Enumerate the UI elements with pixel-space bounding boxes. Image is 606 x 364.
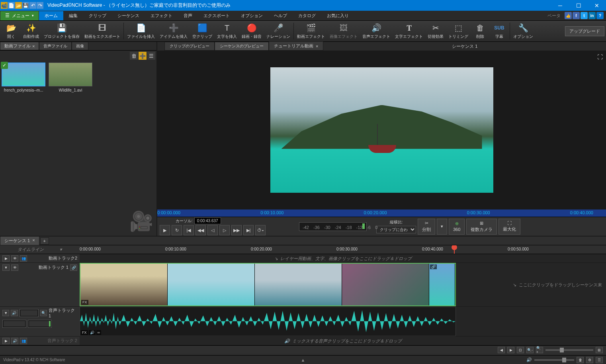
- like-icon[interactable]: 👍: [565, 12, 572, 19]
- save-icon[interactable]: 💾: [22, 2, 29, 9]
- track-content[interactable]: 🔊ミックスする音声クリップをここにドラッグ＆ドロップ: [80, 337, 606, 345]
- ribbon-narration[interactable]: 🎤ナレーション: [264, 21, 293, 41]
- clip-item[interactable]: ✓ french_polynesia--m...: [2, 63, 45, 92]
- collapse-track-icon[interactable]: ▼: [2, 310, 9, 316]
- loop-badge[interactable]: ∞: [96, 330, 101, 335]
- new-icon[interactable]: 📄: [8, 2, 15, 9]
- speaker-icon[interactable]: 🔊: [11, 310, 18, 316]
- close-button[interactable]: ✕: [588, 0, 606, 11]
- redo-icon[interactable]: ↷: [37, 2, 43, 9]
- clip-thumbnail[interactable]: ✓: [2, 63, 45, 86]
- ribbon-save[interactable]: 💾プロジェクトを保存: [41, 21, 82, 41]
- fit-icon[interactable]: ⊡: [517, 347, 524, 353]
- zoom-out-icon[interactable]: 🔍-: [526, 347, 534, 353]
- ribbon-record[interactable]: 🔴録画・録音: [239, 21, 264, 41]
- speaker-icon[interactable]: 🔊: [11, 338, 18, 344]
- ribbon-export[interactable]: 🎞動画をエクスポート: [82, 21, 123, 41]
- menu-tab-home[interactable]: ホーム: [39, 11, 63, 20]
- menu-tab-effect[interactable]: エフェクト: [145, 11, 178, 20]
- volume-slider[interactable]: [534, 359, 574, 361]
- search-icon[interactable]: 🔍: [40, 310, 47, 316]
- preview-timeline[interactable]: 0:00:00.000 0:00:10.000 0:00:20.000 0:00…: [157, 209, 606, 217]
- ribbon-insert-item[interactable]: ➕アイテムを挿入: [157, 21, 190, 41]
- preview-tab-clip[interactable]: クリップのプレビュー: [164, 42, 215, 51]
- step-back-button[interactable]: ◁: [207, 225, 218, 235]
- close-icon[interactable]: ×: [32, 44, 35, 49]
- preview-viewport[interactable]: ⛶: [157, 51, 606, 209]
- split-button[interactable]: ✂分割: [418, 219, 435, 235]
- close-icon[interactable]: ×: [32, 238, 35, 244]
- zoom-slider[interactable]: [545, 349, 593, 351]
- trash-icon[interactable]: 🗑: [577, 357, 584, 363]
- go-end-button[interactable]: ▶|: [243, 225, 254, 235]
- open-icon[interactable]: 📂: [15, 2, 22, 9]
- menu-tab-clip[interactable]: クリップ: [83, 11, 112, 20]
- bin-tab-video[interactable]: 動画ファイル×: [0, 42, 39, 50]
- ribbon-blank-clip[interactable]: 🟦空クリップ: [190, 21, 215, 41]
- expand-handle-icon[interactable]: ▲: [301, 358, 305, 362]
- split-dropdown[interactable]: ▾: [437, 219, 447, 235]
- ribbon-video-fx[interactable]: 🎬動画エフェクト: [295, 21, 327, 41]
- play-button[interactable]: ▶: [160, 225, 170, 235]
- bin-content[interactable]: ✓ french_polynesia--m... Wildlife_1.avi …: [0, 61, 156, 236]
- twitter-icon[interactable]: t: [581, 12, 588, 19]
- prev-button[interactable]: ◀◀: [195, 225, 206, 235]
- menu-tab-edit[interactable]: 編集: [63, 11, 83, 20]
- fx-badge[interactable]: FX: [81, 300, 88, 305]
- ribbon-text-fx[interactable]: 𝐓文字エフェクト: [393, 21, 425, 41]
- ribbon-delete[interactable]: 🗑削除: [471, 21, 490, 41]
- preview-tab-tutorial[interactable]: チュートリアル動画×: [269, 41, 323, 51]
- maximize-button[interactable]: ☐: [569, 0, 588, 11]
- clip-item[interactable]: Wildlife_1.avi: [49, 63, 92, 92]
- eye-icon[interactable]: 👁: [11, 255, 18, 262]
- ribbon-subtitle[interactable]: SUB字幕: [490, 21, 509, 41]
- link-icon[interactable]: 🔗: [430, 264, 437, 269]
- multicam-button[interactable]: ⊞複数カメラ: [466, 219, 497, 235]
- expand-track-icon[interactable]: ▶: [2, 255, 10, 262]
- bin-tab-image[interactable]: 画像: [72, 42, 88, 50]
- bin-add[interactable]: ➕: [139, 52, 147, 60]
- ribbon-insert-text[interactable]: T文字を挿入: [215, 21, 239, 41]
- menu-tab-help[interactable]: ヘルプ: [268, 11, 293, 20]
- menu-tab-export[interactable]: エクスポート: [198, 11, 235, 20]
- collapse-track-icon[interactable]: ▼: [2, 264, 10, 271]
- timeline-ruler[interactable]: タイムライン▾ 0:00:00.000 0:00:10.000 0:00:20.…: [0, 245, 606, 254]
- cursor-value[interactable]: 0:00:43.637: [194, 217, 221, 224]
- ribbon-trim[interactable]: ⬚トリミング: [446, 21, 471, 41]
- people-icon[interactable]: 👥: [20, 255, 27, 262]
- facebook-icon[interactable]: f: [573, 12, 580, 19]
- ribbon-insert-file[interactable]: 📄ファイルを挿入: [125, 21, 157, 41]
- preview-tab-sequence[interactable]: シーケンスのプレビュー: [215, 42, 269, 51]
- scroll-right-icon[interactable]: ▶: [507, 347, 514, 353]
- next-button[interactable]: ▶▶: [231, 225, 242, 235]
- undo-icon[interactable]: ↶: [29, 2, 36, 9]
- upgrade-button[interactable]: アップグレード: [565, 26, 604, 36]
- speed-button[interactable]: ⏱▾: [255, 225, 266, 235]
- link-icon[interactable]: 🔗: [70, 264, 77, 271]
- zoom-full-icon[interactable]: ⊞: [596, 347, 603, 353]
- fx-badge[interactable]: FX: [81, 330, 88, 335]
- eye-icon[interactable]: 👁: [11, 264, 18, 271]
- loop-button[interactable]: ↻: [172, 225, 182, 235]
- zoom-in-icon[interactable]: 🔍+: [536, 347, 543, 353]
- audio-clip[interactable]: FX 🔊 ∞: [80, 307, 456, 336]
- track-content[interactable]: ↘レイヤー用動画、文字、画像クリップをここにドラッグ＆ドロップ: [80, 254, 606, 262]
- ribbon-autocreate[interactable]: ✨自動作成: [21, 21, 41, 41]
- menu-icon[interactable]: ☰: [596, 357, 603, 363]
- menu-tab-option[interactable]: オプション: [235, 11, 268, 20]
- expand-icon[interactable]: ⛶: [597, 54, 603, 60]
- scroll-left-icon[interactable]: ◀: [498, 347, 505, 353]
- bin-tab-audio[interactable]: 音声ファイル: [39, 42, 72, 50]
- speaker-badge[interactable]: 🔊: [89, 330, 96, 335]
- ribbon-options[interactable]: 🔧オプション: [511, 21, 536, 41]
- maximize-preview-button[interactable]: ⛶最大化: [498, 219, 520, 235]
- menu-tab-catalog[interactable]: カタログ: [293, 11, 321, 20]
- clip-thumbnail[interactable]: [49, 63, 92, 86]
- volume-icon[interactable]: 🔊: [526, 357, 532, 362]
- expand-track-icon[interactable]: ▶: [2, 338, 10, 344]
- minimize-button[interactable]: ─: [551, 0, 569, 11]
- menu-tab-sequence[interactable]: シーケンス: [112, 11, 145, 20]
- settings-icon[interactable]: ⚙: [586, 357, 593, 363]
- track-content[interactable]: FX 🔊 ∞: [80, 307, 606, 336]
- menu-tab-audio[interactable]: 音声: [178, 11, 198, 20]
